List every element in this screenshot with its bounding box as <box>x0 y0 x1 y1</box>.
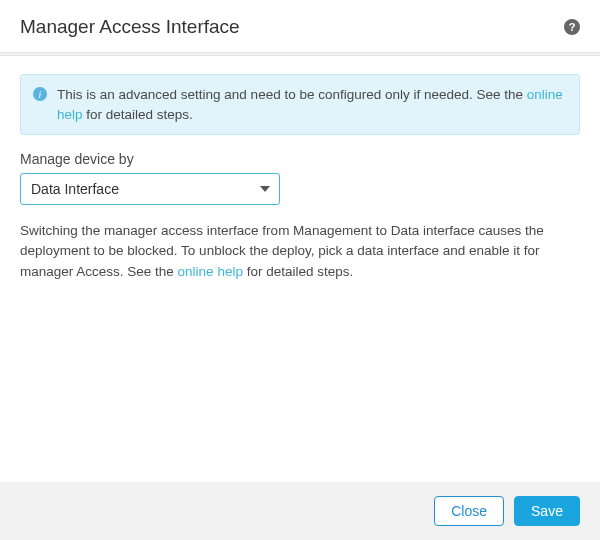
description-text: Switching the manager access interface f… <box>20 221 580 282</box>
info-banner-text: This is an advanced setting and need to … <box>57 85 567 124</box>
dialog-footer: Close Save <box>0 482 600 540</box>
save-button[interactable]: Save <box>514 496 580 526</box>
description-after: for detailed steps. <box>243 264 353 279</box>
info-banner-text-before: This is an advanced setting and need to … <box>57 87 527 102</box>
manage-device-select[interactable]: Data Interface <box>20 173 280 205</box>
info-banner-text-after: for detailed steps. <box>83 107 193 122</box>
info-icon: i <box>33 87 47 101</box>
close-button[interactable]: Close <box>434 496 504 526</box>
dialog-header: Manager Access Interface ? <box>0 0 600 52</box>
chevron-down-icon <box>260 186 270 192</box>
dialog-title: Manager Access Interface <box>20 16 240 38</box>
manage-device-select-wrap: Data Interface <box>20 173 280 205</box>
info-banner: i This is an advanced setting and need t… <box>20 74 580 135</box>
help-icon[interactable]: ? <box>564 19 580 35</box>
dialog-content: i This is an advanced setting and need t… <box>0 56 600 482</box>
manage-device-select-value: Data Interface <box>31 181 119 197</box>
manage-device-label: Manage device by <box>20 151 580 167</box>
online-help-link-2[interactable]: online help <box>178 264 243 279</box>
